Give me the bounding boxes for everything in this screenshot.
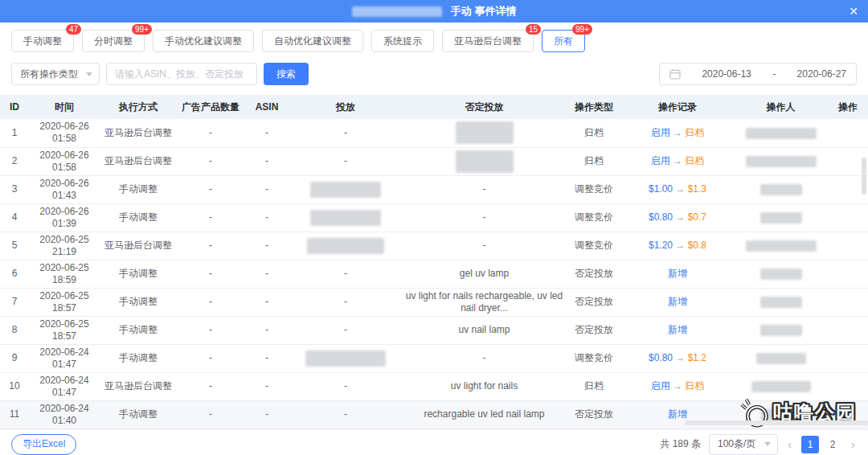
cell-operation-type: 否定投放 bbox=[567, 400, 621, 428]
column-header: ASIN bbox=[244, 95, 289, 119]
cell-operator bbox=[734, 147, 828, 175]
tab-1[interactable]: 手动调整47 bbox=[11, 30, 74, 52]
cell-operation-type: 归档 bbox=[567, 372, 621, 400]
cell-product-qty: - bbox=[177, 400, 244, 428]
column-header: 否定投放 bbox=[402, 95, 567, 119]
date-end: 2020-06-27 bbox=[797, 68, 846, 80]
search-input[interactable] bbox=[106, 63, 257, 85]
filter-bar: 所有操作类型 搜索 2020-06-13 - 2020-06-27 bbox=[0, 63, 868, 85]
cell-actions bbox=[828, 232, 868, 260]
tab-label: 自动优化建议调整 bbox=[274, 35, 351, 47]
redacted-blur bbox=[760, 268, 802, 280]
cell-method: 手动调整 bbox=[100, 175, 177, 203]
tab-label: 所有 bbox=[554, 35, 573, 47]
table-header-row: ID时间执行方式广告产品数量ASIN投放否定投放操作类型操作记录操作人操作 bbox=[0, 95, 868, 119]
redacted-blur bbox=[746, 128, 817, 139]
tab-6[interactable]: 亚马逊后台调整15 bbox=[442, 30, 534, 52]
page-size-select[interactable]: 100条/页 bbox=[709, 434, 778, 455]
cell-actions bbox=[828, 119, 868, 147]
redacted-blur bbox=[310, 182, 381, 198]
pagination-pages: 12 bbox=[801, 436, 841, 453]
redacted-blur bbox=[760, 297, 802, 308]
cell-id: 6 bbox=[0, 260, 29, 288]
page-button-2[interactable]: 2 bbox=[824, 436, 841, 453]
tab-5[interactable]: 系统提示 bbox=[371, 30, 434, 52]
tab-7[interactable]: 所有99+ bbox=[542, 30, 585, 52]
horizontal-scrollbar-thumb[interactable] bbox=[685, 420, 868, 425]
tab-3[interactable]: 手动优化建议调整 bbox=[153, 30, 254, 52]
cell-actions bbox=[828, 372, 868, 400]
cell-asin: - bbox=[244, 203, 289, 232]
cell-id: 11 bbox=[0, 400, 29, 428]
export-excel-button[interactable]: 导出Excel bbox=[11, 434, 76, 455]
tab-4[interactable]: 自动优化建议调整 bbox=[262, 30, 363, 52]
cell-asin: - bbox=[244, 316, 289, 344]
cell-operator bbox=[734, 344, 828, 372]
cell-negative-targeting: rechargable uv led nail lamp bbox=[402, 400, 567, 428]
cell-negative-targeting bbox=[402, 119, 567, 147]
cell-operator bbox=[734, 260, 828, 288]
cell-product-qty: - bbox=[177, 288, 244, 316]
cell-method: 手动调整 bbox=[100, 316, 177, 344]
cell-time: 2020-06-2521:19 bbox=[29, 232, 100, 260]
table-row: 92020-06-2401:47手动调整---调整竞价$0.80 → $1.2 bbox=[0, 344, 868, 372]
cell-asin: - bbox=[244, 372, 289, 400]
column-header: 操作人 bbox=[734, 95, 828, 119]
cell-id: 1 bbox=[0, 119, 29, 147]
redacted-campaign-name bbox=[352, 6, 442, 17]
cell-asin: - bbox=[244, 344, 289, 372]
column-header: 投放 bbox=[289, 95, 402, 119]
page-button-1[interactable]: 1 bbox=[801, 436, 819, 453]
pagination: 共 189 条 100条/页 ‹ 12 › bbox=[660, 434, 857, 455]
close-icon[interactable]: ✕ bbox=[849, 0, 858, 23]
cell-actions bbox=[828, 288, 868, 316]
date-range-picker[interactable]: 2020-06-13 - 2020-06-27 bbox=[659, 63, 857, 85]
cell-asin: - bbox=[244, 119, 289, 147]
cell-operation-record: $0.80 → $0.7 bbox=[621, 203, 734, 232]
chevron-down-icon bbox=[86, 72, 92, 76]
table-body: 12020-06-2601:58亚马逊后台调整---归档启用 → 归档22020… bbox=[0, 119, 868, 428]
cell-time: 2020-06-2401:47 bbox=[29, 372, 100, 400]
tab-badge: 15 bbox=[526, 24, 541, 35]
cell-operation-type: 调整竞价 bbox=[567, 175, 621, 203]
cell-operation-type: 调整竞价 bbox=[567, 344, 621, 372]
calendar-icon bbox=[669, 68, 681, 80]
operation-type-select[interactable]: 所有操作类型 bbox=[11, 63, 100, 85]
redacted-blur bbox=[756, 353, 806, 364]
redacted-blur bbox=[760, 409, 802, 420]
cell-time: 2020-06-2601:43 bbox=[29, 175, 100, 203]
vertical-scrollbar-thumb[interactable] bbox=[862, 158, 866, 195]
redacted-blur bbox=[307, 238, 384, 254]
cell-operation-type: 否定投放 bbox=[567, 316, 621, 344]
cell-negative-targeting: - bbox=[402, 175, 567, 203]
prev-page-button[interactable]: ‹ bbox=[786, 436, 793, 453]
search-button[interactable]: 搜索 bbox=[264, 63, 309, 85]
table-row: 32020-06-2601:43手动调整---调整竞价$1.00 → $1.3 bbox=[0, 175, 868, 203]
tab-2[interactable]: 分时调整99+ bbox=[82, 30, 145, 52]
cell-time: 2020-06-2601:58 bbox=[29, 119, 100, 147]
tab-badge: 99+ bbox=[572, 24, 592, 35]
cell-method: 手动调整 bbox=[100, 288, 177, 316]
cell-actions bbox=[828, 316, 868, 344]
redacted-blur bbox=[746, 240, 817, 252]
cell-asin: - bbox=[244, 260, 289, 288]
cell-time: 2020-06-2518:59 bbox=[29, 260, 100, 288]
cell-targeting bbox=[289, 203, 402, 232]
next-page-button[interactable]: › bbox=[850, 436, 857, 453]
cell-time: 2020-06-2601:39 bbox=[29, 203, 100, 232]
cell-product-qty: - bbox=[177, 119, 244, 147]
cell-operation-record: 启用 → 归档 bbox=[621, 147, 734, 175]
tab-label: 手动调整 bbox=[23, 35, 62, 47]
cell-actions bbox=[828, 260, 868, 288]
cell-operation-type: 调整竞价 bbox=[567, 203, 621, 232]
cell-method: 手动调整 bbox=[100, 344, 177, 372]
cell-id: 10 bbox=[0, 372, 29, 400]
redacted-blur bbox=[751, 381, 811, 392]
cell-asin: - bbox=[244, 147, 289, 175]
cell-targeting: - bbox=[289, 147, 402, 175]
table-row: 42020-06-2601:39手动调整---调整竞价$0.80 → $0.7 bbox=[0, 203, 868, 232]
cell-operation-record: 新增 bbox=[621, 316, 734, 344]
cell-operation-type: 否定投放 bbox=[567, 260, 621, 288]
titlebar: 手动 事件详情 ✕ bbox=[0, 0, 868, 23]
tab-badge: 47 bbox=[66, 24, 81, 35]
